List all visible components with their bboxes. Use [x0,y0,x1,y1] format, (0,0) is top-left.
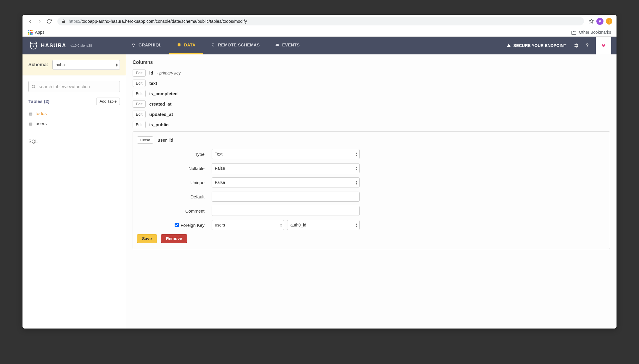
svg-marker-0 [589,19,594,23]
default-label: Default [137,194,212,199]
apps-label[interactable]: Apps [35,30,44,35]
edit-button[interactable]: Edit [133,121,146,128]
column-name: user_id [157,137,173,143]
sql-link[interactable]: SQL [22,135,126,148]
column-name: is_completed [149,91,178,96]
star-icon[interactable] [589,19,594,24]
nav-remote-schemas[interactable]: REMOTE SCHEMAS [203,37,268,54]
app-header: HASURA v1.0.0-alpha38 GRAPHIQL DATA REMO… [22,37,617,54]
svg-point-4 [32,85,35,88]
edit-button[interactable]: Edit [133,80,146,87]
hasura-logo-icon [29,41,38,50]
column-row-is_public: Edit is_public [133,121,610,128]
table-icon: ▦ [29,111,33,116]
folder-icon [571,30,577,35]
url-text: https://todoapp-auth0-hasura.herokuapp.c… [69,19,247,24]
add-table-button[interactable]: Add Table [96,98,120,105]
lock-icon [62,19,66,23]
table-icon: ▦ [29,122,33,126]
schema-select[interactable]: public [52,60,120,70]
nav-graphiql[interactable]: GRAPHIQL [124,37,169,54]
browser-warning-icon[interactable]: ! [606,18,612,25]
url-bar[interactable]: https://todoapp-auth0-hasura.herokuapp.c… [57,17,584,25]
fk-column-select[interactable]: auth0_id [287,220,360,230]
apps-icon[interactable] [28,30,33,35]
default-input[interactable] [212,192,360,202]
column-row-id: Edit id - primary key [133,69,610,77]
back-button[interactable] [27,18,34,25]
heart-icon: ❤ [600,43,607,48]
type-label: Type [137,152,212,157]
bookmarks-bar: Apps Other Bookmarks [22,28,617,37]
search-input[interactable] [28,81,120,92]
edit-button[interactable]: Edit [133,90,146,97]
column-name: text [149,81,157,86]
reload-button[interactable] [46,18,53,25]
unique-select[interactable]: False [212,177,360,187]
settings-icon[interactable] [573,43,579,48]
browser-toolbar: https://todoapp-auth0-hasura.herokuapp.c… [22,15,617,28]
svg-point-2 [33,46,34,47]
forward-button[interactable] [36,18,43,25]
search-icon [31,84,36,89]
foreign-key-checkbox[interactable] [175,223,179,227]
foreign-key-label: Foreign Key [181,223,205,228]
column-editor-panel: Close user_id Type Text ▴▾ Nul [133,131,610,249]
column-name: is_public [149,122,168,127]
column-name: updated_at [149,112,173,117]
edit-button[interactable]: Edit [133,69,146,77]
nav-data[interactable]: DATA [169,37,203,54]
column-row-created_at: Edit created_at [133,100,610,108]
svg-line-5 [34,87,35,88]
comment-input[interactable] [212,206,360,216]
nullable-select[interactable]: False [212,163,360,173]
sidebar: Schema: public ▴▾ Tables (2) [22,54,126,329]
nav-events[interactable]: EVENTS [268,37,308,54]
tables-heading: Tables (2) [28,99,49,104]
type-select[interactable]: Text [212,149,360,159]
close-button[interactable]: Close [137,136,153,144]
heart-badge[interactable]: ❤ [596,37,611,54]
sidebar-item-users[interactable]: ▦ users [28,119,120,129]
other-bookmarks[interactable]: Other Bookmarks [571,30,611,35]
unique-label: Unique [137,180,212,185]
brand-version: v1.0.0-alpha38 [70,44,92,47]
column-row-text: Edit text [133,80,610,87]
profile-avatar[interactable]: P [596,18,603,25]
column-name: id [149,70,153,75]
edit-button[interactable]: Edit [133,100,146,108]
secure-endpoint-link[interactable]: SECURE YOUR ENDPOINT [506,43,566,48]
column-row-is_completed: Edit is_completed [133,90,610,97]
comment-label: Comment [137,208,212,213]
column-name: created_at [149,101,171,106]
schema-label: Schema: [28,62,48,67]
save-button[interactable]: Save [137,234,157,243]
edit-button[interactable]: Edit [133,111,146,118]
help-icon[interactable]: ? [586,43,589,48]
remove-button[interactable]: Remove [161,234,187,243]
column-meta: - primary key [157,71,181,75]
sidebar-item-todos[interactable]: ▦ todos [28,109,120,119]
schema-selector: Schema: public ▴▾ [22,54,126,75]
nullable-label: Nullable [137,166,212,171]
brand: HASURA v1.0.0-alpha38 [29,37,124,54]
columns-heading: Columns [133,60,610,65]
fk-table-select[interactable]: users [212,220,284,230]
main-panel: Columns Edit id - primary key Edit text … [126,54,617,329]
column-row-updated_at: Edit updated_at [133,111,610,118]
brand-name: HASURA [41,43,66,49]
